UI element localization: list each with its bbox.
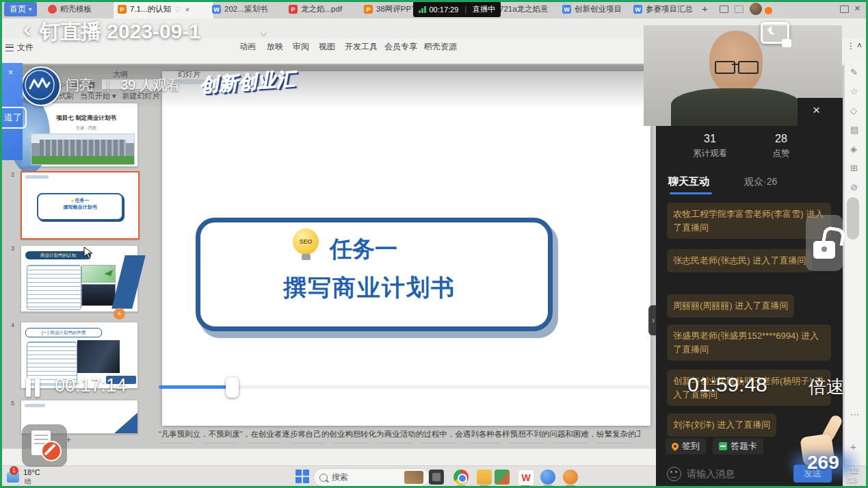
menu-review[interactable]: 审阅	[293, 41, 309, 53]
thumb-person-image	[81, 284, 116, 306]
collapse-ribbon-icon[interactable]: ˄	[857, 41, 862, 51]
signal-icon	[419, 6, 426, 13]
ppt-file-icon: P	[118, 5, 127, 14]
clock-date-fragment[interactable]: /13	[847, 476, 857, 484]
sidebar-shape-icon[interactable]: ◇	[850, 105, 857, 116]
blue-app-icon[interactable]	[540, 470, 555, 485]
chat-message: 刘洋(刘洋) 进入了直播间	[667, 413, 776, 437]
notification-dot	[765, 7, 772, 14]
chat-message: 张志民老师(张志民) 进入了直播间	[667, 249, 812, 272]
word-file-icon: W	[633, 5, 642, 14]
sidebar-layout-icon[interactable]: ▤	[850, 125, 858, 135]
title-caret-icon[interactable]: ▾	[261, 27, 266, 38]
panel-collapse-handle[interactable]: ›	[648, 305, 658, 335]
sidebar-block-icon[interactable]: ⊘	[850, 182, 858, 192]
slide-thumbnail-1[interactable]: 项目七 制定商业计划书 主讲：闫亮	[21, 103, 138, 167]
sidebar-star-icon[interactable]: ☆	[850, 86, 858, 97]
pause-button[interactable]	[26, 378, 31, 397]
total-duration: 01:59:48	[687, 373, 767, 396]
orange-app-icon[interactable]	[563, 470, 578, 485]
file-explorer-icon[interactable]	[477, 470, 492, 485]
menu-view[interactable]: 视图	[319, 41, 335, 53]
new-tab-button[interactable]: +	[702, 3, 708, 14]
emoji-icon[interactable]	[667, 467, 681, 481]
favorite-icon[interactable]: ♡	[174, 5, 181, 14]
thumb-banner	[111, 255, 145, 309]
sidebar-edit-icon[interactable]: ✎	[850, 67, 858, 77]
menu-member[interactable]: 会员专享	[384, 41, 417, 53]
start-button[interactable]	[295, 470, 309, 483]
speaker-notes[interactable]: “凡事预则立，不预则废”，在创业者逐步将自己的创业构想转化为商业活动的过程中，会…	[159, 429, 640, 441]
thumb-title-pill: (一) 商业计划书的作用	[25, 328, 102, 337]
glasses-left	[715, 61, 735, 74]
search-highlight-image	[404, 471, 423, 484]
sidebar-grid-icon[interactable]: ⊞	[850, 163, 858, 173]
file-menu[interactable]: 文件	[5, 42, 34, 53]
wps-right-sidebar	[844, 62, 867, 465]
glasses-bridge	[732, 64, 739, 65]
thumb-logo-placeholder	[25, 175, 49, 179]
taskbar-app-dark-icon[interactable]	[429, 470, 444, 485]
layout-mode-icon[interactable]	[720, 5, 728, 13]
taskbar-search[interactable]: 搜索	[313, 468, 430, 487]
pause-button-bar2[interactable]	[35, 378, 40, 397]
school-logo	[21, 66, 61, 106]
tab-audience[interactable]: 观众·26	[744, 176, 777, 188]
thumb-title-pill: 商业计划书的认知	[25, 251, 91, 259]
close-panel-icon[interactable]: ×	[813, 103, 820, 118]
tab-chat-interaction[interactable]: 聊天互动	[668, 175, 709, 188]
avatar[interactable]	[750, 3, 762, 15]
screen-share-icon[interactable]	[761, 22, 789, 44]
doc-tab-word3[interactable]: W 参赛项目汇总	[629, 0, 706, 18]
toast-close-icon[interactable]: ×	[8, 68, 13, 77]
toast-confirm-button[interactable]: 道了	[0, 107, 27, 129]
sidebar-add-icon[interactable]: +	[850, 441, 856, 452]
doc-tab-word1[interactable]: W 202...策划书	[208, 0, 291, 18]
doc-tab-word2[interactable]: W 创新创业项目	[558, 0, 635, 18]
wps-home-tab[interactable]: 首页 ▾	[4, 2, 37, 16]
more-menu-icon[interactable]: ⋮	[847, 41, 855, 51]
slide-thumbnail-2-selected[interactable]: ● 任务一 撰写商业计划书	[21, 171, 140, 240]
slide-thumbnail-3[interactable]: 商业计划书的认知	[21, 245, 138, 312]
weather-temp[interactable]: 18°C	[23, 468, 40, 476]
chat-message-input[interactable]	[685, 465, 770, 482]
doc-tab-docer[interactable]: 稻壳模板	[44, 0, 121, 18]
wps-app-icon[interactable]: W	[518, 470, 534, 486]
sign-in-button[interactable]: 签到	[666, 438, 706, 454]
menu-animation[interactable]: 动画	[239, 41, 256, 53]
doc-tab-pdf[interactable]: P 龙之焰...pdf	[285, 0, 366, 18]
menu-slideshow[interactable]: 放映	[267, 41, 283, 53]
chrome-icon[interactable]	[453, 470, 469, 485]
prohibition-icon	[41, 441, 62, 461]
doc-tab-active[interactable]: P 7.1...的认知 ♡ ×	[114, 0, 214, 18]
sidebar-gem-icon[interactable]: ◈	[850, 144, 857, 154]
restore-window-icon[interactable]	[840, 5, 849, 13]
word-file-icon: W	[212, 5, 221, 14]
menu-docer-resources[interactable]: 稻壳资源	[424, 41, 457, 53]
insert-slide-plus-button[interactable]: +	[114, 308, 125, 320]
open-padlock-icon	[813, 241, 835, 259]
live-title: 钉直播 2023-09-1	[40, 18, 200, 46]
window-close-icon[interactable]: ×	[854, 2, 860, 14]
progress-handle[interactable]	[226, 377, 239, 398]
playback-speed-button[interactable]: 倍速	[808, 375, 844, 399]
screen: 首页 ▾ 稻壳模板 P 7.1...的认知 ♡ × W 202...策划书 P …	[0, 0, 868, 488]
tab-close-icon[interactable]: ×	[185, 5, 189, 14]
apps-grid-icon[interactable]	[735, 5, 744, 13]
menu-devtools[interactable]: 开发工具	[345, 41, 378, 53]
thumb-logo-placeholder	[25, 404, 45, 407]
slide-subtitle: 撰写商业计划书	[196, 272, 543, 304]
answer-card-button[interactable]: 答题卡	[713, 438, 763, 454]
thumb-number: 4	[11, 322, 14, 329]
photos-app-icon[interactable]	[495, 470, 510, 485]
sidebar-more-icon[interactable]: ⋯	[850, 409, 859, 420]
back-icon[interactable]: ‹	[23, 15, 31, 42]
stat-total-views: 31	[696, 133, 724, 145]
clock-time-fragment[interactable]: 12	[850, 466, 858, 474]
thumb-corner	[114, 413, 137, 433]
lightbulb-base	[302, 254, 311, 260]
lightbulb-icon: SEO	[293, 229, 319, 255]
ppt-file-icon: P	[364, 5, 373, 14]
weather-badge: 1	[10, 466, 18, 475]
sidebar-drag-handle[interactable]	[847, 197, 859, 240]
